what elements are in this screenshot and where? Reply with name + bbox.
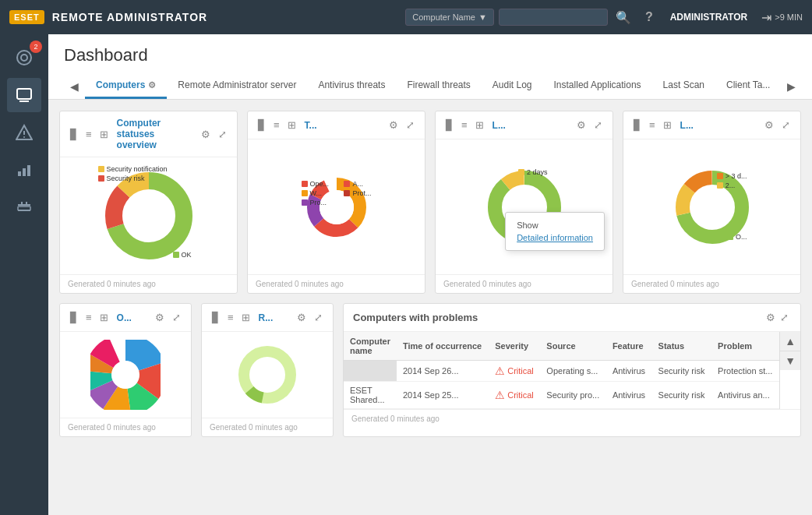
widget-antivirus-body: Ope... W... Pro...: [248, 139, 425, 274]
widget-settings-icon-5[interactable]: ⚙: [153, 310, 167, 325]
widget-bar-icon-4[interactable]: ▊: [631, 118, 644, 132]
scroll-up-button[interactable]: ▲: [780, 332, 800, 351]
page-header: Dashboard ◀ Computers ⚙ Remote Administr…: [48, 34, 812, 100]
widget-bar-icon-3[interactable]: ▊: [443, 118, 456, 132]
app-title: REMOTE ADMINISTRATOR: [52, 11, 207, 23]
dashboard-content: ▊ ≡ ⊞ Computer statuses overview ⚙ ⤢: [48, 100, 812, 515]
widget-settings-icon-6[interactable]: ⚙: [295, 310, 309, 325]
help-icon[interactable]: ?: [642, 7, 656, 27]
legend-a: A...: [344, 180, 371, 188]
table-row[interactable]: ESET Shared... 2014 Sep 25... ⚠ Critical: [344, 382, 779, 409]
filter-button[interactable]: Computer Name ▼: [405, 9, 494, 26]
widget-settings-icon-2[interactable]: ⚙: [387, 118, 401, 132]
tabs-prev-button[interactable]: ◀: [64, 76, 85, 97]
pie-svg-5: [90, 340, 161, 410]
sidebar-item-alerts[interactable]: [7, 115, 41, 150]
widget-settings-icon-3[interactable]: ⚙: [574, 118, 588, 132]
tab-client-tasks[interactable]: Client Ta...: [715, 73, 781, 99]
widget-bar-icon-2[interactable]: ▊: [256, 118, 268, 132]
problems-table: Computer name Time of occurrence Severit…: [344, 332, 779, 409]
widget-table-icon-4[interactable]: ⊞: [661, 118, 674, 132]
widget-bar-icon-6[interactable]: ▊: [210, 310, 222, 325]
legend-w: W...: [302, 189, 330, 197]
widget-table-icon[interactable]: ⊞: [97, 127, 111, 142]
widget-table-icon-2[interactable]: ⊞: [285, 118, 298, 132]
tab-antivirus-threats[interactable]: Antivirus threats: [307, 73, 396, 99]
widget-computer-statuses-footer: Generated 0 minutes ago: [60, 274, 237, 293]
cell-feature-1: Antivirus: [606, 361, 652, 382]
table-row[interactable]: 2014 Sep 26... ⚠ Critical Operating s...: [344, 361, 779, 382]
tab-computers-settings-icon[interactable]: ⚙: [148, 80, 156, 90]
widget-settings-icon[interactable]: ⚙: [199, 127, 213, 142]
widget-list-icon[interactable]: ≡: [83, 127, 94, 142]
widget-6: ▊ ≡ ⊞ R... ⚙ ⤢ Generated 0: [201, 303, 334, 437]
search-input[interactable]: [499, 9, 608, 26]
widget-problems: Computers with problems ⚙ ⤢ Computer nam…: [343, 303, 801, 437]
tab-computers[interactable]: Computers ⚙: [85, 73, 167, 99]
legend-pro: Pro...: [302, 199, 330, 206]
widget-5: ▊ ≡ ⊞ O... ⚙ ⤢: [59, 303, 192, 437]
search-icon[interactable]: 🔍: [613, 7, 634, 28]
widget-computer-statuses-title: Computer statuses overview: [117, 118, 196, 150]
widget-expand-icon-2[interactable]: ⤢: [404, 118, 417, 132]
cell-status-2: Security risk: [652, 382, 712, 409]
scroll-down-button[interactable]: ▼: [780, 351, 800, 370]
problems-settings-icon[interactable]: ⚙: [764, 310, 778, 325]
svg-point-0: [17, 51, 31, 65]
page-title: Dashboard: [64, 45, 796, 65]
widget-list-icon-6[interactable]: ≡: [225, 310, 236, 325]
widget-expand-icon-6[interactable]: ⤢: [312, 310, 325, 325]
widget-bar-icon-5[interactable]: ▊: [68, 310, 80, 325]
widget-expand-icon[interactable]: ⤢: [216, 127, 229, 142]
tab-audit-log[interactable]: Audit Log: [482, 73, 543, 99]
widget-table-icon-3[interactable]: ⊞: [473, 118, 486, 132]
widget-table-icon-5[interactable]: ⊞: [97, 310, 111, 325]
cell-time-2: 2014 Sep 25...: [397, 382, 489, 409]
widget-list-icon-4[interactable]: ≡: [647, 118, 658, 132]
tab-installed-apps[interactable]: Installed Applications: [543, 73, 652, 99]
problems-header: Computers with problems ⚙ ⤢: [344, 304, 800, 332]
widget-table-icon-6[interactable]: ⊞: [239, 310, 252, 325]
sidebar-item-reports[interactable]: [7, 153, 41, 187]
svg-point-7: [23, 136, 25, 138]
warning-icon-2: ⚠: [495, 389, 505, 401]
col-time: Time of occurrence: [397, 332, 489, 361]
widget-last-scan-header: ▊ ≡ ⊞ L... ⚙ ⤢: [436, 111, 613, 139]
widget-expand-icon-3[interactable]: ⤢: [591, 118, 605, 132]
sidebar-item-tools[interactable]: [7, 190, 41, 224]
eset-logo: ESET: [9, 10, 44, 24]
tab-firewall-threats[interactable]: Firewall threats: [396, 73, 481, 99]
session-button[interactable]: ⇥ >9 MIN: [761, 10, 803, 25]
warning-icon-1: ⚠: [495, 365, 505, 377]
widget-computer-statuses: ▊ ≡ ⊞ Computer statuses overview ⚙ ⤢: [59, 111, 238, 294]
widget-settings-icon-4[interactable]: ⚙: [762, 118, 776, 132]
widget-6-header: ▊ ≡ ⊞ R... ⚙ ⤢: [202, 304, 333, 332]
widget-expand-icon-5[interactable]: ⤢: [170, 310, 183, 325]
svg-rect-9: [23, 168, 26, 176]
logout-icon: ⇥: [761, 10, 771, 25]
widget-list-icon-5[interactable]: ≡: [83, 310, 94, 325]
scroll-buttons: ▲ ▼: [779, 332, 800, 409]
widget-4-header: ▊ ≡ ⊞ L... ⚙ ⤢: [623, 111, 800, 139]
tooltip-detailed-link[interactable]: Detailed information: [517, 233, 593, 242]
widget-5-body: [60, 332, 191, 418]
tab-last-scan[interactable]: Last Scan: [652, 73, 715, 99]
widget-4-body: > 3 d... 2...: [623, 139, 800, 274]
widget-bar-chart-icon[interactable]: ▊: [68, 127, 80, 142]
widget-last-scan: ▊ ≡ ⊞ L... ⚙ ⤢ 2 days: [435, 111, 613, 294]
widget-list-icon-2[interactable]: ≡: [271, 118, 282, 132]
tab-remote-admin[interactable]: Remote Administrator server: [167, 73, 307, 99]
tooltip-popup: Show Detailed information: [505, 212, 605, 251]
svg-rect-11: [18, 204, 30, 206]
problems-expand-icon[interactable]: ⤢: [778, 310, 791, 325]
sidebar-item-computers[interactable]: [7, 78, 41, 112]
cell-problem-1: Protection st...: [711, 361, 779, 382]
widget-list-icon-3[interactable]: ≡: [459, 118, 470, 132]
tabs-next-button[interactable]: ▶: [781, 76, 796, 97]
svg-point-31: [690, 185, 734, 229]
svg-rect-15: [26, 202, 27, 206]
donut-chart-1: Security notification Security risk: [98, 165, 199, 266]
cell-severity-2: ⚠ Critical: [489, 382, 540, 409]
widget-expand-icon-4[interactable]: ⤢: [779, 118, 793, 132]
col-problem: Problem: [711, 332, 779, 361]
